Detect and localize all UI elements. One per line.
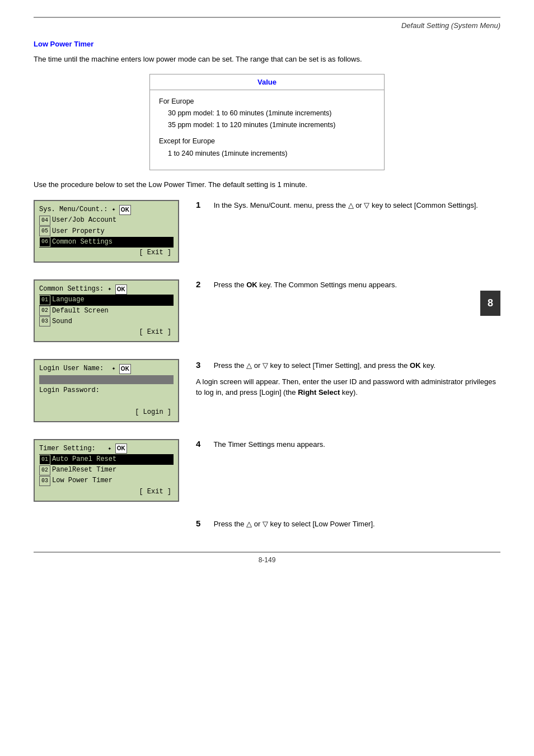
table-row-detail: 30 ppm model: 1 to 60 minutes (1minute i… (159, 108, 375, 119)
lcd-item-row: 02Default Screen (39, 306, 174, 316)
step-description: Press the OK key. The Common Settings me… (214, 281, 397, 289)
page-number: 8-149 (259, 556, 276, 564)
step-3-text: 3 Press the △ or ▽ key to select [Timer … (196, 359, 500, 398)
step-number: 5 (196, 519, 207, 528)
lcd-title-row: Common Settings: ✦ OK (39, 284, 174, 295)
step-number: 2 (196, 279, 207, 289)
table-row-detail: 1 to 240 minutes (1minute increments) (159, 148, 375, 160)
chapter-badge: 8 (480, 291, 500, 316)
step-3-row: Login User Name: ✦ OK Login Password: [ … (34, 359, 500, 422)
step-4-row: Timer Setting: ✦ OK 01Auto Panel Reset 0… (34, 439, 500, 502)
table-row: For Europe 30 ppm model: 1 to 60 minutes… (159, 96, 375, 132)
lcd-title-row: Timer Setting: ✦ OK (39, 444, 174, 454)
step-number: 1 (196, 200, 207, 209)
lcd-item-row: 03Sound (39, 316, 174, 327)
lcd-item-row: 05User Property (39, 226, 174, 237)
lcd-item-row-highlighted: 06Common Settings (39, 237, 174, 248)
lcd-item-row: 03Low Power Timer (39, 475, 174, 486)
lcd-exit: [ Exit ] (39, 248, 174, 258)
step-3-lcd: Login User Name: ✦ OK Login Password: [ … (34, 359, 185, 422)
value-table: Value For Europe 30 ppm model: 1 to 60 m… (149, 74, 385, 170)
table-row-detail: 35 ppm model: 1 to 120 minutes (1minute … (159, 119, 375, 131)
step-description: Press the △ or ▽ key to select [Timer Se… (214, 361, 435, 370)
lcd-exit: [ Exit ] (39, 487, 174, 497)
table-body: For Europe 30 ppm model: 1 to 60 minutes… (150, 90, 384, 170)
footer: 8-149 (34, 552, 500, 564)
table-row-label: For Europe (159, 96, 375, 108)
step-5-text: 5 Press the △ or ▽ key to select [Low Po… (196, 519, 500, 530)
step-description: In the Sys. Menu/Count. menu, press the … (214, 201, 478, 209)
step-1-row: Sys. Menu/Count.: ✦ OK 04User/Job Accoun… (34, 200, 500, 263)
step-2-text: 2 Press the OK key. The Common Settings … (196, 279, 500, 291)
step-description: Press the △ or ▽ key to select [Low Powe… (214, 520, 375, 528)
lcd-item-row-highlighted: 01Auto Panel Reset (39, 454, 174, 465)
lcd-item-row-highlighted: 01Language (39, 295, 174, 305)
step-4-lcd: Timer Setting: ✦ OK 01Auto Panel Reset 0… (34, 439, 185, 502)
lcd-exit: [ Exit ] (39, 327, 174, 338)
lcd-item-row: 02PanelReset Timer (39, 465, 174, 475)
procedure-intro: Use the procedure below to set the Low P… (34, 179, 500, 190)
page-header: Default Setting (System Menu) (34, 21, 500, 30)
step-2-lcd: Common Settings: ✦ OK 01Language 02Defau… (34, 279, 185, 342)
lcd-empty-row (39, 396, 174, 407)
section-title: Low Power Timer (34, 40, 500, 48)
step-1-lcd: Sys. Menu/Count.: ✦ OK 04User/Job Accoun… (34, 200, 185, 263)
table-header: Value (150, 74, 384, 90)
step-number: 3 (196, 359, 207, 372)
table-row: Except for Europe 1 to 240 minutes (1min… (159, 136, 375, 160)
lcd-title-row: Login User Name: ✦ OK (39, 363, 174, 374)
step-2-row: Common Settings: ✦ OK 01Language 02Defau… (34, 279, 500, 342)
lcd-title-row: Sys. Menu/Count.: ✦ OK (39, 204, 174, 215)
step-1-text: 1 In the Sys. Menu/Count. menu, press th… (196, 200, 500, 211)
table-row-label: Except for Europe (159, 136, 375, 147)
step-description: The Timer Settings menu appears. (213, 440, 325, 449)
step-4-text: 4 The Timer Settings menu appears. (196, 439, 500, 450)
step-subtext: A login screen will appear. Then, enter … (196, 376, 500, 398)
step-5-row: 5 Press the △ or ▽ key to select [Low Po… (34, 519, 500, 530)
lcd-input-row (39, 375, 174, 384)
lcd-item-row: 04User/Job Account (39, 215, 174, 226)
lcd-password-label: Login Password: (39, 385, 174, 396)
lcd-exit: [ Login ] (39, 407, 174, 418)
intro-text: The time until the machine enters low po… (34, 54, 500, 65)
steps-container: Sys. Menu/Count.: ✦ OK 04User/Job Accoun… (34, 200, 500, 529)
step-number: 4 (196, 439, 207, 449)
